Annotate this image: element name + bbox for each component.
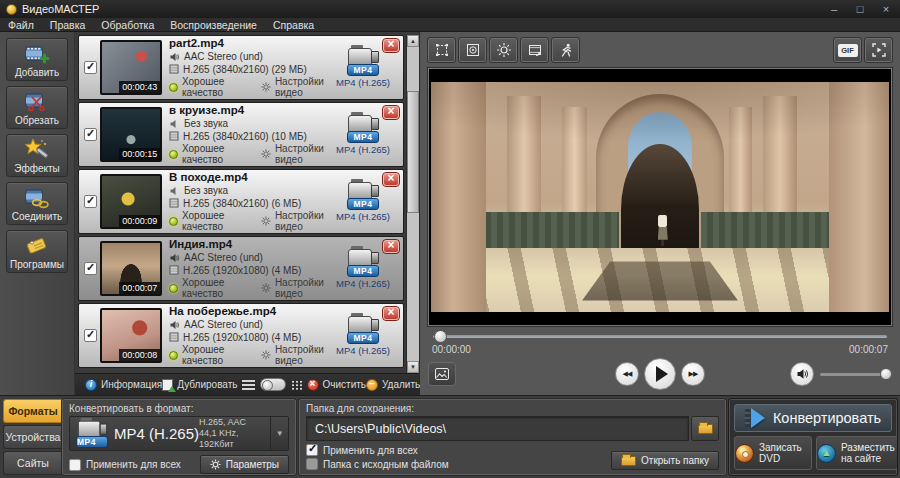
item-checkbox[interactable] bbox=[84, 262, 97, 275]
video-settings-link[interactable]: Настройки видео bbox=[261, 76, 327, 98]
source-folder-checkbox[interactable]: Папка с исходным файлом bbox=[306, 458, 449, 470]
video-list-panel: 00:00:43 part2.mp4 AAC Stereo (und) H.26… bbox=[75, 32, 420, 395]
fullscreen-preview-button[interactable] bbox=[865, 38, 892, 62]
video-settings-link[interactable]: Настройки видео bbox=[261, 143, 327, 165]
format-badge: MP4 bbox=[347, 332, 379, 344]
output-format[interactable]: MP4 MP4 (H.265) bbox=[327, 114, 399, 155]
crop-button[interactable] bbox=[428, 38, 455, 62]
seek-thumb[interactable] bbox=[434, 330, 447, 343]
remove-item-button[interactable] bbox=[383, 39, 399, 52]
browse-folder-button[interactable] bbox=[691, 416, 719, 441]
delete-button[interactable]: Удалить bbox=[366, 379, 420, 391]
burn-dvd-button[interactable]: Записать DVD bbox=[734, 436, 812, 470]
gif-export-button[interactable]: GIF bbox=[834, 38, 861, 62]
menu-edit[interactable]: Правка bbox=[50, 19, 85, 31]
video-settings-link[interactable]: Настройки видео bbox=[261, 277, 327, 299]
remove-item-button[interactable] bbox=[383, 307, 399, 320]
sidebar-item-label: Программы bbox=[7, 259, 67, 270]
item-checkbox[interactable] bbox=[84, 61, 97, 74]
menu-processing[interactable]: Обработка bbox=[101, 19, 154, 31]
video-list-item-part2[interactable]: 00:00:43 part2.mp4 AAC Stereo (und) H.26… bbox=[78, 35, 404, 100]
runner-icon bbox=[558, 42, 574, 58]
speed-button[interactable] bbox=[552, 38, 579, 62]
video-list-item-hike[interactable]: 00:00:09 В походе.mp4 Без звука H.265 (3… bbox=[78, 169, 404, 234]
maximize-button[interactable]: □ bbox=[852, 3, 868, 15]
output-format[interactable]: MP4 MP4 (H.265) bbox=[327, 248, 399, 289]
convert-button[interactable]: Конвертировать bbox=[734, 404, 892, 432]
item-checkbox[interactable] bbox=[84, 128, 97, 141]
save-path-input[interactable] bbox=[306, 416, 689, 441]
video-thumbnail[interactable]: 00:00:07 bbox=[100, 241, 162, 296]
rotate-video-button[interactable] bbox=[521, 38, 548, 62]
menu-file[interactable]: Файл bbox=[8, 19, 34, 31]
view-toggle-switch[interactable] bbox=[260, 378, 286, 391]
volume-thumb[interactable] bbox=[880, 368, 892, 380]
menu-playback[interactable]: Воспроизведение bbox=[170, 19, 257, 31]
minimize-button[interactable]: – bbox=[826, 3, 842, 15]
close-button[interactable]: × bbox=[878, 3, 894, 15]
output-format[interactable]: MP4 MP4 (H.265) bbox=[327, 181, 399, 222]
video-list-item-cruise[interactable]: 00:00:15 в круизе.mp4 Без звука H.265 (3… bbox=[78, 102, 404, 167]
sidebar-item-add[interactable]: Добавить bbox=[6, 38, 68, 81]
video-thumbnail[interactable]: 00:00:09 bbox=[100, 174, 162, 229]
output-format[interactable]: MP4 MP4 (H.265) bbox=[327, 315, 399, 356]
previous-frame-button[interactable] bbox=[615, 362, 639, 386]
video-thumbnail[interactable]: 00:00:08 bbox=[100, 308, 162, 363]
tab-sites[interactable]: Сайты bbox=[3, 451, 62, 475]
tab-formats[interactable]: Форматы bbox=[3, 399, 62, 423]
scroll-up-arrow[interactable]: ▲ bbox=[407, 35, 419, 47]
format-dropdown-arrow[interactable] bbox=[270, 417, 288, 450]
list-scrollbar[interactable]: ▲ ▼ bbox=[406, 35, 419, 373]
grid-view-icon[interactable] bbox=[291, 380, 303, 390]
duplicate-button[interactable]: Дублировать bbox=[162, 379, 237, 391]
list-view-icon[interactable] bbox=[242, 380, 255, 390]
parameters-button[interactable]: Параметры bbox=[200, 455, 289, 474]
output-format[interactable]: MP4 MP4 (H.265) bbox=[327, 47, 399, 88]
brightness-button[interactable] bbox=[490, 38, 517, 62]
upload-site-button[interactable]: Разместить на сайте bbox=[816, 436, 898, 470]
sidebar-item-effects[interactable]: Эффекты bbox=[6, 134, 68, 177]
sidebar-item-join[interactable]: Соединить bbox=[6, 182, 68, 225]
video-list-item-coast[interactable]: 00:00:08 На побережье.mp4 AAC Stereo (un… bbox=[78, 303, 404, 368]
video-preview[interactable] bbox=[428, 68, 892, 326]
video-thumbnail[interactable]: 00:00:15 bbox=[100, 107, 162, 162]
watermark-button[interactable] bbox=[459, 38, 486, 62]
open-folder-button[interactable]: Открыть папку bbox=[611, 451, 719, 470]
apply-all-folder-checkbox[interactable]: Применить для всех bbox=[306, 444, 449, 456]
next-frame-button[interactable] bbox=[681, 362, 705, 386]
folder-icon bbox=[621, 456, 636, 466]
format-detail-audio: 44,1 KHz, 192Кбит bbox=[199, 428, 266, 450]
remove-item-button[interactable] bbox=[383, 173, 399, 186]
clear-button[interactable]: Очистить bbox=[307, 379, 367, 391]
selected-format-name: MP4 (H.265) bbox=[114, 425, 199, 442]
duration-label: 00:00:09 bbox=[119, 215, 160, 227]
volume-slider[interactable] bbox=[820, 367, 892, 381]
item-checkbox[interactable] bbox=[84, 329, 97, 342]
scrollbar-thumb[interactable] bbox=[407, 91, 419, 213]
tab-devices[interactable]: Устройства bbox=[3, 425, 62, 449]
menu-help[interactable]: Справка bbox=[273, 19, 314, 31]
seek-track[interactable] bbox=[433, 335, 887, 338]
info-button[interactable]: Информация bbox=[85, 379, 162, 391]
remove-item-button[interactable] bbox=[383, 240, 399, 253]
scroll-down-arrow[interactable]: ▼ bbox=[407, 361, 419, 373]
film-edit-icon bbox=[527, 42, 543, 58]
item-checkbox[interactable] bbox=[84, 195, 97, 208]
video-thumbnail[interactable]: 00:00:43 bbox=[100, 40, 162, 95]
checkbox-icon bbox=[306, 444, 318, 456]
format-selector[interactable]: MP4 MP4 (H.265) H.265, AAC 44,1 KHz, 192… bbox=[69, 416, 289, 451]
remove-item-button[interactable] bbox=[383, 106, 399, 119]
seek-bar[interactable] bbox=[428, 329, 892, 344]
duplicate-icon bbox=[162, 379, 173, 391]
video-list-item-india[interactable]: 00:00:07 Индия.mp4 AAC Stereo (und) H.26… bbox=[78, 236, 404, 301]
sidebar-item-trim[interactable]: Обрезать bbox=[6, 86, 68, 129]
video-info: H.265 (1920x1080) (4 МБ) bbox=[183, 332, 301, 343]
sidebar-item-programs[interactable]: Программы bbox=[6, 230, 68, 273]
apply-all-format-checkbox[interactable]: Применить для всех bbox=[69, 459, 181, 471]
watermark-icon bbox=[465, 42, 481, 58]
video-settings-link[interactable]: Настройки видео bbox=[261, 210, 327, 232]
video-info: H.265 (1920x1080) (4 МБ) bbox=[183, 265, 301, 276]
play-button[interactable] bbox=[644, 358, 676, 390]
video-settings-link[interactable]: Настройки видео bbox=[261, 344, 327, 366]
gear-icon bbox=[261, 283, 271, 293]
